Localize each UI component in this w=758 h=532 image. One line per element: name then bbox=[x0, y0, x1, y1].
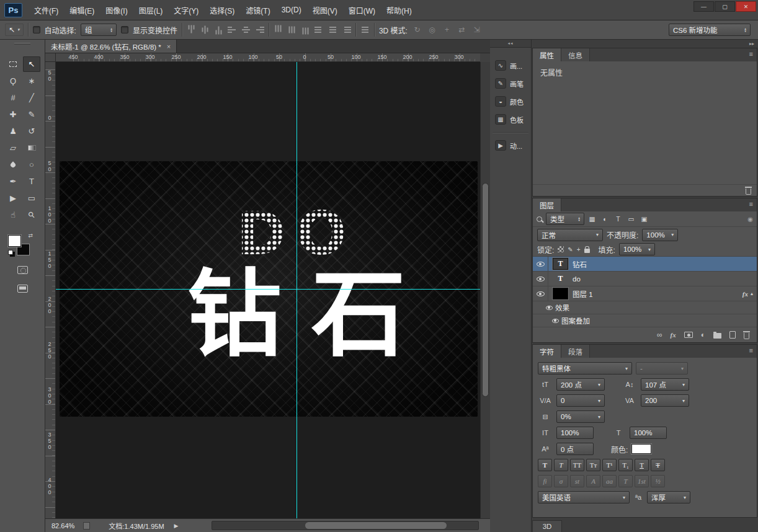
align-horizontal-centers-icon[interactable] bbox=[241, 25, 251, 34]
menu-help[interactable]: 帮助(H) bbox=[381, 0, 417, 20]
visibility-cell[interactable] bbox=[533, 257, 548, 271]
menu-window[interactable]: 窗口(W) bbox=[343, 0, 381, 20]
tab-paragraph[interactable]: 段落 bbox=[561, 345, 590, 358]
distribute-top-edges-icon[interactable] bbox=[274, 25, 282, 35]
leading-dropdown[interactable]: 107 点 bbox=[641, 378, 689, 391]
auto-select-checkbox[interactable] bbox=[33, 26, 40, 33]
distribute-left-edges-icon[interactable] bbox=[314, 25, 324, 34]
menu-file[interactable]: 文件(F) bbox=[29, 0, 64, 20]
visibility-cell[interactable] bbox=[543, 301, 555, 314]
tab-3d-panel[interactable]: 3D bbox=[532, 520, 562, 532]
tab-info[interactable]: 信息 bbox=[561, 48, 590, 61]
vertical-scale-field[interactable]: 100% bbox=[556, 427, 594, 439]
trash-icon[interactable] bbox=[746, 188, 751, 195]
baseline-shift-field[interactable]: 0 点 bbox=[556, 443, 594, 455]
type-layer-thumbnail[interactable]: T bbox=[553, 258, 568, 270]
panel-menu-icon[interactable]: ≡ bbox=[749, 200, 753, 208]
align-left-edges-icon[interactable] bbox=[228, 25, 237, 34]
lasso-tool[interactable]: Ϙ bbox=[4, 73, 22, 89]
filter-switch-icon[interactable]: ◉ bbox=[747, 216, 753, 223]
minimize-button[interactable]: — bbox=[693, 1, 714, 12]
subscript-button[interactable]: T₁ bbox=[618, 459, 633, 471]
menu-view[interactable]: 视图(V) bbox=[307, 0, 343, 20]
status-flyout-icon[interactable]: ▶ bbox=[174, 523, 179, 529]
new-layer-icon[interactable] bbox=[729, 331, 736, 339]
close-button[interactable]: ✕ bbox=[736, 1, 756, 12]
panel-grip[interactable] bbox=[0, 40, 45, 48]
hand-tool[interactable]: ☝ bbox=[4, 207, 22, 223]
adjustment-layer-icon[interactable]: ◐ bbox=[701, 330, 705, 339]
horizontal-scale-field[interactable]: 100% bbox=[630, 427, 667, 439]
default-colors-icon[interactable] bbox=[8, 250, 13, 255]
new-group-icon[interactable] bbox=[713, 333, 721, 339]
tab-character[interactable]: 字符 bbox=[533, 345, 561, 358]
menu-filter[interactable]: 滤镜(T) bbox=[240, 0, 275, 20]
dodge-tool[interactable]: ○ bbox=[23, 157, 40, 172]
font-family-dropdown[interactable]: 特粗黑体 bbox=[538, 362, 632, 375]
tsume-dropdown[interactable]: 0% bbox=[556, 410, 605, 423]
layer-style-icon[interactable]: fx bbox=[671, 331, 676, 339]
3d-rotate-icon[interactable]: ↻ bbox=[412, 24, 422, 35]
dock-collapse-arrows[interactable]: ◂◂ bbox=[490, 40, 531, 48]
menu-3d[interactable]: 3D(D) bbox=[276, 0, 307, 20]
language-dropdown[interactable]: 美国英语 bbox=[538, 491, 630, 503]
delete-layer-icon[interactable] bbox=[744, 333, 749, 339]
pattern-overlay-label[interactable]: 图案叠加 bbox=[561, 316, 590, 326]
image-layer-thumbnail[interactable] bbox=[553, 288, 568, 299]
align-vertical-centers-icon[interactable] bbox=[200, 25, 209, 35]
oldstyle-button[interactable]: aa bbox=[602, 475, 617, 487]
ordinals-button[interactable]: 1st bbox=[635, 475, 649, 487]
quick-mask-button[interactable] bbox=[14, 264, 30, 276]
tab-close-icon[interactable]: × bbox=[167, 43, 171, 50]
visibility-cell[interactable] bbox=[533, 286, 548, 301]
3d-roll-icon[interactable]: ◎ bbox=[427, 24, 437, 35]
quick-selection-tool[interactable]: ∗ bbox=[23, 73, 40, 89]
menu-type[interactable]: 文字(Y) bbox=[168, 0, 204, 20]
link-layers-icon[interactable]: ∞ bbox=[657, 330, 662, 339]
font-style-dropdown[interactable]: - bbox=[636, 362, 688, 375]
alternates-button[interactable]: st bbox=[570, 475, 584, 487]
align-top-edges-icon[interactable] bbox=[187, 25, 195, 35]
lock-image-pixels-icon[interactable]: ✎ bbox=[568, 246, 573, 253]
kerning-dropdown[interactable]: 0 bbox=[556, 394, 605, 407]
pen-tool[interactable]: ✒ bbox=[4, 174, 22, 189]
3d-drag-icon[interactable]: + bbox=[442, 24, 452, 35]
distribute-bottom-edges-icon[interactable] bbox=[301, 25, 310, 35]
titling-button[interactable]: T bbox=[618, 475, 633, 487]
discretionary-ligatures-button[interactable]: σ bbox=[554, 475, 568, 487]
add-layer-mask-icon[interactable] bbox=[684, 332, 693, 338]
rectangle-tool[interactable]: ▭ bbox=[23, 190, 40, 206]
menu-select[interactable]: 选择(S) bbox=[204, 0, 240, 20]
3d-scale-icon[interactable]: ⇲ bbox=[471, 24, 482, 35]
filter-shape-layers-icon[interactable]: ▭ bbox=[626, 214, 636, 224]
font-size-dropdown[interactable]: 200 点 bbox=[556, 378, 605, 391]
dock-item-brush[interactable]: ✎ 画笔 bbox=[490, 74, 531, 92]
vertical-scrollbar-thumb[interactable] bbox=[482, 183, 489, 397]
filter-pixel-layers-icon[interactable]: ▦ bbox=[587, 214, 597, 224]
layer-name[interactable]: 图层 1 bbox=[573, 289, 593, 299]
opacity-dropdown[interactable]: 100% bbox=[642, 229, 678, 241]
type-tool[interactable]: T bbox=[23, 174, 40, 189]
crop-tool[interactable]: # bbox=[4, 90, 22, 105]
distribute-vertical-centers-icon[interactable] bbox=[287, 25, 296, 35]
menu-layer[interactable]: 图层(L) bbox=[133, 0, 169, 20]
zoom-level-field[interactable]: 82.64% bbox=[51, 522, 74, 530]
dock-item-color[interactable]: ◒ 颜色 bbox=[490, 92, 531, 110]
filter-smart-objects-icon[interactable]: ▣ bbox=[639, 214, 649, 224]
align-right-edges-icon[interactable] bbox=[255, 25, 264, 34]
3d-slide-icon[interactable]: ⇄ bbox=[457, 24, 467, 35]
text-color-swatch[interactable] bbox=[631, 444, 651, 454]
anti-alias-dropdown[interactable]: 浑厚 bbox=[647, 491, 690, 503]
show-transform-checkbox[interactable] bbox=[121, 26, 128, 33]
history-brush-tool[interactable]: ↺ bbox=[23, 123, 40, 139]
vertical-guide[interactable] bbox=[297, 62, 297, 518]
underline-button[interactable]: T bbox=[635, 459, 649, 471]
horizontal-guide[interactable] bbox=[56, 289, 480, 290]
blur-tool[interactable] bbox=[4, 157, 22, 172]
swash-button[interactable]: A bbox=[586, 475, 600, 487]
path-selection-tool[interactable]: ▶ bbox=[4, 190, 22, 206]
spot-healing-brush-tool[interactable]: ✚ bbox=[4, 107, 22, 122]
effects-label[interactable]: 效果 bbox=[555, 303, 569, 313]
clone-stamp-tool[interactable]: ♟ bbox=[4, 123, 22, 139]
strikethrough-button[interactable]: T bbox=[651, 459, 665, 471]
